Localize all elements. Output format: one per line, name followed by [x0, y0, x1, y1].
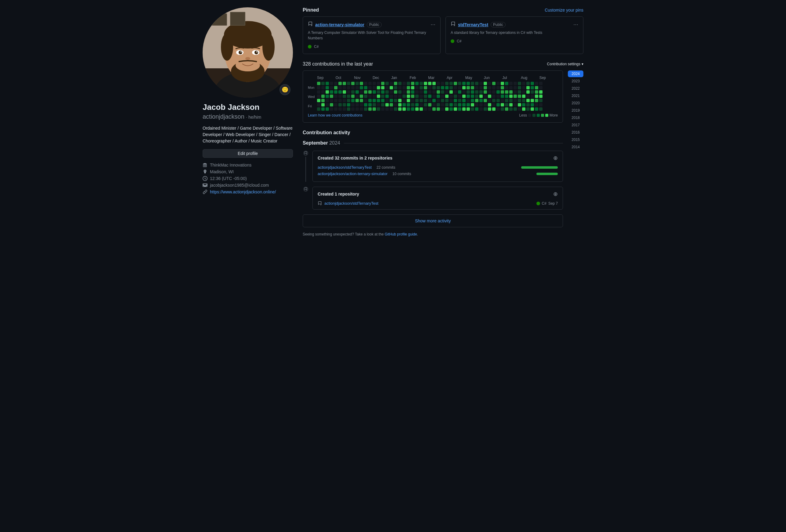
graph-day-22-6[interactable]	[411, 107, 414, 111]
graph-day-29-6[interactable]	[441, 107, 444, 111]
graph-day-11-0[interactable]	[364, 82, 367, 85]
graph-day-27-0[interactable]	[432, 82, 436, 85]
graph-day-27-2[interactable]	[432, 90, 436, 94]
graph-day-21-3[interactable]	[407, 95, 410, 98]
graph-day-30-2[interactable]	[445, 90, 448, 94]
graph-day-9-6[interactable]	[355, 107, 359, 111]
graph-day-25-2[interactable]	[424, 90, 427, 94]
graph-day-14-5[interactable]	[377, 103, 380, 107]
graph-day-13-2[interactable]	[373, 90, 376, 94]
graph-day-12-4[interactable]	[368, 99, 372, 102]
graph-day-37-5[interactable]	[475, 103, 479, 107]
graph-day-37-3[interactable]	[475, 95, 479, 98]
repo-name-0[interactable]: action-ternary-simulator	[315, 22, 364, 27]
graph-day-51-4[interactable]	[535, 99, 538, 102]
graph-day-47-3[interactable]	[518, 95, 521, 98]
graph-day-38-1[interactable]	[479, 86, 483, 89]
graph-day-9-1[interactable]	[355, 86, 359, 89]
graph-day-51-6[interactable]	[535, 107, 538, 111]
graph-day-11-5[interactable]	[364, 103, 367, 107]
graph-day-4-6[interactable]	[334, 107, 338, 111]
graph-day-38-5[interactable]	[479, 103, 483, 107]
graph-day-13-4[interactable]	[373, 99, 376, 102]
graph-day-19-2[interactable]	[398, 90, 401, 94]
graph-day-16-3[interactable]	[385, 95, 389, 98]
graph-day-25-5[interactable]	[424, 103, 427, 107]
graph-day-2-2[interactable]	[326, 90, 329, 94]
graph-day-42-5[interactable]	[496, 103, 500, 107]
graph-day-12-1[interactable]	[368, 86, 372, 89]
graph-day-16-0[interactable]	[385, 82, 389, 85]
graph-day-21-4[interactable]	[407, 99, 410, 102]
graph-day-21-0[interactable]	[407, 82, 410, 85]
graph-day-48-6[interactable]	[522, 107, 526, 111]
graph-day-48-4[interactable]	[522, 99, 526, 102]
graph-day-17-0[interactable]	[390, 82, 393, 85]
graph-day-19-6[interactable]	[398, 107, 401, 111]
graph-day-40-0[interactable]	[488, 82, 491, 85]
graph-day-0-5[interactable]	[317, 103, 320, 107]
graph-day-39-3[interactable]	[484, 95, 487, 98]
graph-day-47-4[interactable]	[518, 99, 521, 102]
graph-day-11-1[interactable]	[364, 86, 367, 89]
graph-day-2-1[interactable]	[326, 86, 329, 89]
graph-day-50-0[interactable]	[531, 82, 534, 85]
graph-day-34-3[interactable]	[462, 95, 466, 98]
graph-day-39-1[interactable]	[484, 86, 487, 89]
graph-day-19-3[interactable]	[398, 95, 401, 98]
graph-day-49-3[interactable]	[526, 95, 530, 98]
graph-day-51-0[interactable]	[535, 82, 538, 85]
graph-day-19-5[interactable]	[398, 103, 401, 107]
graph-day-25-1[interactable]	[424, 86, 427, 89]
graph-day-17-2[interactable]	[390, 90, 393, 94]
graph-day-42-1[interactable]	[496, 86, 500, 89]
graph-day-40-5[interactable]	[488, 103, 491, 107]
activity-toggle-1[interactable]: ⊕	[553, 191, 558, 198]
graph-day-7-6[interactable]	[347, 107, 350, 111]
graph-day-36-2[interactable]	[471, 90, 474, 94]
graph-day-23-5[interactable]	[415, 103, 419, 107]
graph-day-51-2[interactable]	[535, 90, 538, 94]
graph-day-6-4[interactable]	[343, 99, 346, 102]
graph-day-23-0[interactable]	[415, 82, 419, 85]
graph-day-18-5[interactable]	[394, 103, 397, 107]
graph-day-39-0[interactable]	[484, 82, 487, 85]
graph-day-23-6[interactable]	[415, 107, 419, 111]
graph-day-42-6[interactable]	[496, 107, 500, 111]
graph-day-1-4[interactable]	[321, 99, 325, 102]
graph-day-34-2[interactable]	[462, 90, 466, 94]
year-btn-2023[interactable]: 2023	[568, 78, 583, 85]
graph-day-45-2[interactable]	[509, 90, 513, 94]
graph-day-5-6[interactable]	[339, 107, 342, 111]
graph-day-43-1[interactable]	[501, 86, 504, 89]
year-btn-2020[interactable]: 2020	[568, 100, 583, 107]
graph-day-9-2[interactable]	[355, 90, 359, 94]
year-btn-2021[interactable]: 2021	[568, 92, 583, 99]
graph-day-1-3[interactable]	[321, 95, 325, 98]
graph-day-12-3[interactable]	[368, 95, 372, 98]
graph-day-9-0[interactable]	[355, 82, 359, 85]
graph-day-11-2[interactable]	[364, 90, 367, 94]
graph-day-22-5[interactable]	[411, 103, 414, 107]
graph-day-26-5[interactable]	[428, 103, 432, 107]
graph-day-30-1[interactable]	[445, 86, 448, 89]
graph-day-14-4[interactable]	[377, 99, 380, 102]
graph-day-12-6[interactable]	[368, 107, 372, 111]
graph-day-22-1[interactable]	[411, 86, 414, 89]
graph-day-49-6[interactable]	[526, 107, 530, 111]
graph-day-44-6[interactable]	[505, 107, 508, 111]
graph-day-41-5[interactable]	[492, 103, 495, 107]
graph-day-47-2[interactable]	[518, 90, 521, 94]
graph-day-1-0[interactable]	[321, 82, 325, 85]
graph-day-20-5[interactable]	[402, 103, 406, 107]
graph-day-0-4[interactable]	[317, 99, 320, 102]
graph-day-13-3[interactable]	[373, 95, 376, 98]
graph-day-8-4[interactable]	[351, 99, 354, 102]
graph-day-24-6[interactable]	[419, 107, 423, 111]
graph-day-39-5[interactable]	[484, 103, 487, 107]
graph-day-18-6[interactable]	[394, 107, 397, 111]
graph-day-38-4[interactable]	[479, 99, 483, 102]
graph-day-13-1[interactable]	[373, 86, 376, 89]
graph-day-7-5[interactable]	[347, 103, 350, 107]
graph-day-31-0[interactable]	[449, 82, 453, 85]
